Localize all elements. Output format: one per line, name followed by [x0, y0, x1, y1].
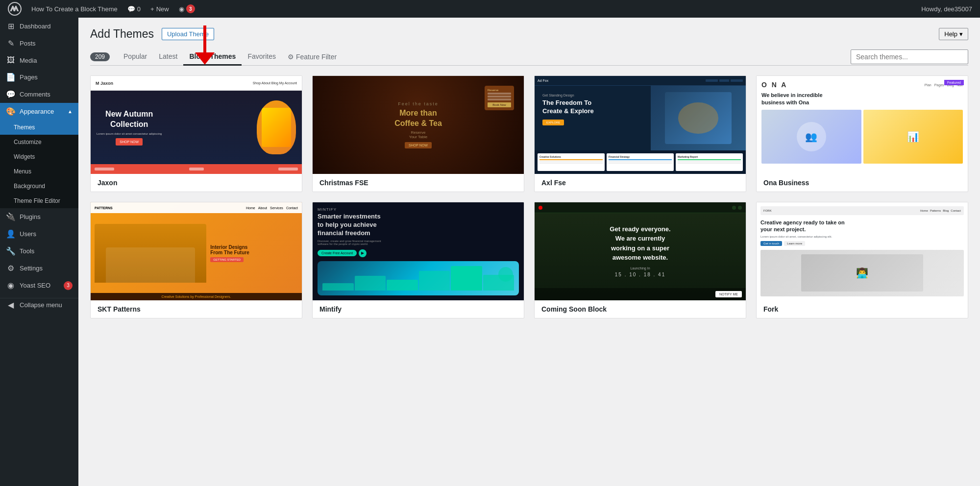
new-label: New: [156, 5, 169, 13]
sidebar-label-widgets: Widgets: [14, 153, 35, 160]
new-item[interactable]: + New: [147, 0, 173, 18]
appearance-submenu: Themes Customize Widgets Menus Backgroun…: [0, 120, 78, 208]
sidebar-item-media[interactable]: 🖼 Media: [0, 52, 78, 69]
posts-icon: ✎: [6, 39, 16, 48]
sidebar-label-tools: Tools: [20, 247, 34, 255]
tab-popular[interactable]: Popular: [118, 49, 153, 66]
yoast-badge: 3: [186, 4, 195, 13]
sidebar-label-posts: Posts: [20, 40, 36, 47]
collapse-icon: ◀: [6, 300, 16, 310]
sidebar-label-pages: Pages: [20, 73, 38, 81]
tab-latest[interactable]: Latest: [153, 49, 183, 66]
sidebar-item-comments[interactable]: 💬 Comments: [0, 86, 78, 103]
users-icon: 👤: [6, 229, 16, 239]
sidebar-item-widgets[interactable]: Widgets: [0, 149, 78, 164]
theme-card-fork[interactable]: FORK HomePatternsBlogContact Creative ag…: [756, 202, 968, 318]
theme-name-coming-soon: Coming Soon Block: [541, 305, 739, 313]
sidebar-label-media: Media: [20, 57, 37, 64]
tools-icon: 🔧: [6, 246, 16, 256]
sidebar: ⊞ Dashboard ✎ Posts 🖼 Media 📄 Pages 💬 Co…: [0, 18, 78, 486]
top-bar: How To Create a Block Theme 💬 0 + New ◉ …: [0, 0, 980, 18]
theme-card-christmas-fse[interactable]: Feel the taste More thanCoffee & Tea Res…: [312, 75, 524, 192]
comments-count: 0: [137, 5, 141, 13]
sidebar-item-pages[interactable]: 📄 Pages: [0, 69, 78, 86]
theme-count-badge: 209: [90, 52, 110, 61]
wp-logo-icon: [8, 2, 22, 16]
page-header: Add Themes Upload Theme Help ▾: [90, 27, 968, 41]
sidebar-label-plugins: Plugins: [20, 213, 41, 220]
plus-icon: +: [150, 5, 154, 13]
sidebar-item-theme-file-editor[interactable]: Theme File Editor: [0, 194, 78, 208]
yoast-sidebar-badge: 3: [64, 281, 73, 290]
help-button[interactable]: Help ▾: [939, 28, 968, 40]
upload-theme-button[interactable]: Upload Theme: [162, 28, 214, 40]
tab-favorites[interactable]: Favorites: [242, 49, 282, 66]
yoast-icon: ◉: [179, 5, 184, 13]
theme-name-skt: SKT Patterns: [98, 305, 295, 313]
sidebar-item-background[interactable]: Background: [0, 179, 78, 194]
themes-grid: M Jaxon Shop About Blog My Account New A…: [90, 75, 968, 318]
tabs-bar: 209 Popular Latest Block Themes Favorite…: [90, 49, 968, 66]
sidebar-label-comments: Comments: [20, 91, 50, 98]
appearance-arrow-icon: ▲: [68, 109, 73, 114]
sidebar-item-posts[interactable]: ✎ Posts: [0, 35, 78, 52]
help-chevron-icon: ▾: [959, 30, 963, 38]
sidebar-label-settings: Settings: [20, 265, 43, 272]
theme-thumbnail-coming-soon: Get ready everyone.We are currentlyworki…: [535, 202, 746, 300]
sidebar-item-yoast[interactable]: ◉ Yoast SEO 3: [0, 277, 78, 294]
pages-icon: 📄: [6, 73, 16, 82]
wp-logo-item[interactable]: [4, 0, 25, 18]
theme-card-ona-business[interactable]: Featured O N A Plan Pages Blog Nav We be…: [756, 75, 968, 192]
plugins-icon: 🔌: [6, 212, 16, 221]
site-name-item[interactable]: How To Create a Block Theme: [27, 0, 122, 18]
yoast-sidebar-icon: ◉: [6, 281, 16, 290]
sidebar-label-yoast: Yoast SEO: [20, 282, 50, 289]
theme-card-coming-soon-block[interactable]: Get ready everyone.We are currentlyworki…: [534, 202, 746, 318]
dashboard-icon: ⊞: [6, 22, 16, 31]
sidebar-item-customize[interactable]: Customize: [0, 135, 78, 149]
sidebar-label-collapse: Collapse menu: [20, 301, 62, 309]
theme-name-christmas: Christmas FSE: [319, 179, 517, 187]
sidebar-item-users[interactable]: 👤 Users: [0, 225, 78, 243]
theme-thumbnail-ona: Featured O N A Plan Pages Blog Nav We be…: [757, 76, 968, 174]
sidebar-label-appearance: Appearance: [20, 108, 54, 115]
yoast-item[interactable]: ◉ 3: [175, 0, 199, 18]
sidebar-item-plugins[interactable]: 🔌 Plugins: [0, 208, 78, 225]
howdy-item[interactable]: Howdy, dee35007: [917, 0, 976, 18]
theme-name-axl: Axl Fse: [541, 179, 739, 187]
page-title: Add Themes: [90, 27, 154, 41]
appearance-icon: 🎨: [6, 107, 16, 116]
comments-item[interactable]: 💬 0: [123, 0, 145, 18]
sidebar-label-themes: Themes: [14, 124, 35, 131]
sidebar-label-theme-file-editor: Theme File Editor: [14, 197, 60, 204]
theme-thumbnail-fork: FORK HomePatternsBlogContact Creative ag…: [757, 202, 968, 300]
theme-card-skt-patterns[interactable]: PATTERNS HomeAboutServicesContact Interi…: [90, 202, 302, 318]
comment-icon: 💬: [127, 5, 135, 13]
main-content: Add Themes Upload Theme Help ▾ 209 Popul…: [78, 18, 980, 486]
sidebar-collapse-btn[interactable]: ◀ Collapse menu: [0, 298, 78, 314]
howdy-text: Howdy, dee35007: [921, 5, 972, 13]
theme-card-axl-fse[interactable]: Ad Fox Get Standing Design The Freedom T…: [534, 75, 746, 192]
tab-block-themes[interactable]: Block Themes: [183, 49, 242, 66]
gear-icon: ⚙: [288, 53, 294, 61]
sidebar-item-appearance[interactable]: 🎨 Appearance ▲: [0, 103, 78, 120]
theme-card-jaxon[interactable]: M Jaxon Shop About Blog My Account New A…: [90, 75, 302, 192]
site-name: How To Create a Block Theme: [31, 5, 118, 13]
theme-name-fork: Fork: [763, 305, 961, 313]
sidebar-item-tools[interactable]: 🔧 Tools: [0, 243, 78, 260]
theme-card-mintify[interactable]: MINTIFY Smarter investmentsto help you a…: [312, 202, 524, 318]
help-label: Help: [944, 30, 957, 38]
theme-thumbnail-axl: Ad Fox Get Standing Design The Freedom T…: [535, 76, 746, 174]
sidebar-label-users: Users: [20, 230, 36, 238]
theme-thumbnail-jaxon: M Jaxon Shop About Blog My Account New A…: [91, 76, 302, 174]
sidebar-item-themes[interactable]: Themes: [0, 120, 78, 135]
theme-thumbnail-mintify: MINTIFY Smarter investmentsto help you a…: [313, 202, 524, 300]
comments-icon: 💬: [6, 90, 16, 99]
search-themes-input[interactable]: [851, 49, 968, 64]
sidebar-item-settings[interactable]: ⚙ Settings: [0, 260, 78, 277]
sidebar-item-dashboard[interactable]: ⊞ Dashboard: [0, 18, 78, 35]
feature-filter-btn[interactable]: ⚙ Feature Filter: [282, 49, 343, 65]
sidebar-label-dashboard: Dashboard: [20, 23, 51, 30]
feature-filter-label: Feature Filter: [296, 53, 337, 61]
sidebar-item-menus[interactable]: Menus: [0, 164, 78, 179]
